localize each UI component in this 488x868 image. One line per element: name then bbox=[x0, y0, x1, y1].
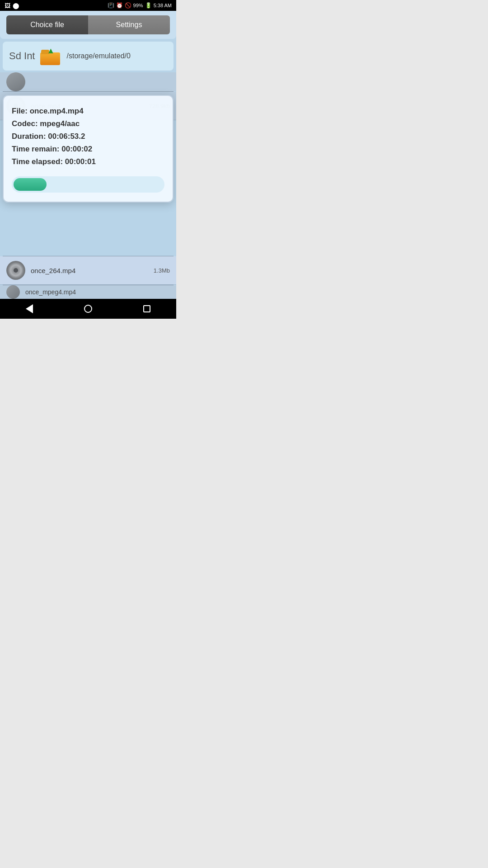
signal-off-icon: 🚫 bbox=[125, 2, 131, 9]
tab-group: Choice file Settings bbox=[6, 15, 170, 34]
progress-container bbox=[12, 176, 164, 193]
file-item-partial-bottom[interactable]: once_mpeg4.mp4 bbox=[0, 285, 176, 299]
back-icon bbox=[26, 304, 33, 313]
file-name-partial: once_mpeg4.mp4 bbox=[25, 288, 170, 296]
file-info-dialog: File: once.mp4.mp4 Codec: mpeg4/aac Dura… bbox=[3, 95, 174, 203]
dialog-time-elapsed: Time elapsed: 00:00:01 bbox=[12, 156, 164, 168]
status-bar: 🖼 ⬤ 📳 ⏰ 🚫 99% 🔋 5:38 AM bbox=[0, 0, 176, 11]
storage-path: /storage/emulated/0 bbox=[66, 52, 130, 60]
storage-label: Sd Int bbox=[9, 50, 35, 62]
bottom-navigation bbox=[0, 299, 176, 319]
status-left-icons: 🖼 ⬤ bbox=[5, 2, 19, 9]
dialog-codec: Codec: mpeg4/aac bbox=[12, 118, 164, 130]
folder-upload-icon: ▲ bbox=[40, 47, 61, 65]
back-button[interactable] bbox=[18, 301, 41, 317]
battery-icon: 🔋 bbox=[145, 2, 152, 9]
app-container: Choice file Settings Sd Int ▲ /storage/e… bbox=[0, 11, 176, 299]
recents-button[interactable] bbox=[136, 301, 158, 317]
choice-file-tab[interactable]: Choice file bbox=[6, 15, 88, 34]
film-reel-center-2 bbox=[13, 267, 19, 274]
status-right-info: 📳 ⏰ 🚫 99% 🔋 5:38 AM bbox=[108, 2, 172, 9]
battery-percent: 99% bbox=[133, 3, 143, 8]
film-reel-icon-2 bbox=[6, 261, 25, 280]
progress-bar bbox=[14, 178, 47, 191]
clock: 5:38 AM bbox=[154, 3, 172, 8]
file-item-partial-top[interactable] bbox=[0, 72, 176, 91]
top-bar: Choice file Settings bbox=[0, 11, 176, 39]
photo-icon: 🖼 bbox=[5, 2, 10, 9]
dialog-file: File: once.mp4.mp4 bbox=[12, 105, 164, 118]
film-reel-icon-partial bbox=[4, 72, 27, 91]
file-item-once-264[interactable]: once_264.mp4 1.3Mb bbox=[0, 256, 176, 285]
dialog-duration: Duration: 00:06:53.2 bbox=[12, 130, 164, 143]
home-button[interactable] bbox=[77, 301, 99, 317]
file-name-once-264: once_264.mp4 bbox=[31, 267, 148, 274]
file-size-once-264: 1.3Mb bbox=[154, 267, 170, 274]
vibrate-icon: 📳 bbox=[108, 2, 114, 9]
lens-icon: ⬤ bbox=[13, 2, 19, 9]
dialog-time-remain: Time remain: 00:00:02 bbox=[12, 143, 164, 156]
alarm-icon: ⏰ bbox=[116, 2, 123, 9]
recents-icon bbox=[143, 305, 150, 312]
film-reel-icon-partial-bottom bbox=[6, 285, 20, 299]
settings-tab[interactable]: Settings bbox=[88, 15, 170, 34]
file-list: once.mp4 728.9kb File: once.mp4.mp4 Code… bbox=[0, 72, 176, 299]
upload-arrow-icon: ▲ bbox=[47, 46, 55, 56]
home-icon bbox=[84, 305, 92, 313]
storage-row[interactable]: Sd Int ▲ /storage/emulated/0 bbox=[3, 42, 174, 71]
